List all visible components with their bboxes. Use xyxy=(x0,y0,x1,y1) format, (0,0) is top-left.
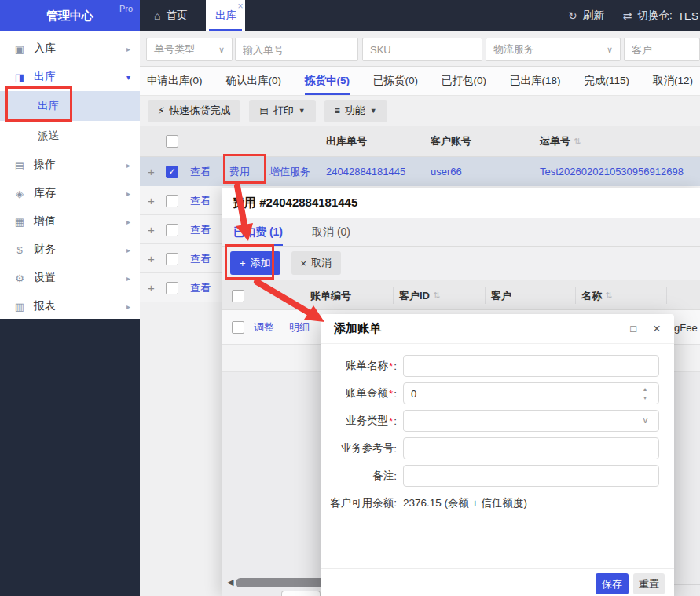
bill-name-input[interactable] xyxy=(403,355,659,377)
close-icon[interactable]: × xyxy=(237,1,243,12)
sidebar-item-operations[interactable]: ▤ 操作 ▸ xyxy=(0,151,140,179)
sidebar-subitem-label: 派送 xyxy=(38,129,59,143)
refresh-button[interactable]: ↻ 刷新 xyxy=(568,9,604,23)
sidebar-subitem-outbound[interactable]: 出库 xyxy=(0,91,140,121)
sidebar-subitem-delivery[interactable]: 派送 xyxy=(0,121,140,151)
expand-row-icon[interactable]: + xyxy=(148,223,155,236)
expand-row-icon[interactable]: + xyxy=(148,252,155,265)
view-link[interactable]: 查看 xyxy=(190,215,211,244)
tab-packed[interactable]: 已打包(0) xyxy=(442,67,486,95)
tab-charged[interactable]: 已扣费 (1) xyxy=(233,218,283,246)
bill-amount-input[interactable] xyxy=(403,382,659,404)
logistics-placeholder: 物流服务 xyxy=(493,42,534,57)
tab-picking[interactable]: 拣货中(5) xyxy=(305,67,350,95)
switch-warehouse-button[interactable]: ⇄ 切换仓: TES xyxy=(623,9,698,23)
sidebar-item-reports[interactable]: ▥ 报表 ▸ xyxy=(0,292,140,320)
row-checkbox-checked[interactable]: ✓ xyxy=(166,166,178,178)
view-link[interactable]: 查看 xyxy=(190,244,211,273)
view-link[interactable]: 查看 xyxy=(190,273,211,302)
expand-row-icon[interactable]: + xyxy=(148,281,155,294)
business-ref-input[interactable] xyxy=(403,437,659,459)
top-nav-right: ↻ 刷新 ⇄ 切换仓: TES xyxy=(568,9,698,23)
plus-icon: + xyxy=(240,258,246,269)
sidebar-item-inbound[interactable]: ▣ 入库 ▸ xyxy=(0,35,140,63)
customer-input[interactable] xyxy=(624,38,700,61)
close-icon[interactable]: × xyxy=(653,321,661,337)
logistics-select[interactable]: 物流服务 ∨ xyxy=(486,38,621,61)
expand-row-icon[interactable]: + xyxy=(148,165,155,178)
printer-icon: ▤ xyxy=(259,105,268,116)
sidebar-item-value-added[interactable]: ▦ 增值 ▸ xyxy=(0,207,140,236)
table-row[interactable]: + ✓ 查看 费用 增值服务 24042884181445 user66 Tes… xyxy=(140,157,700,186)
scroll-left-icon[interactable]: ◀ xyxy=(227,577,233,587)
row-checkbox[interactable] xyxy=(166,195,178,207)
add-bill-modal-title: 添加账单 xyxy=(334,321,381,336)
fee-row-checkbox[interactable] xyxy=(232,321,244,334)
row-checkbox[interactable] xyxy=(166,253,178,265)
chevron-right-icon: ▸ xyxy=(126,161,130,170)
fee-select-all-checkbox[interactable] xyxy=(232,290,244,302)
amount-stepper[interactable]: ▴ ▾ xyxy=(643,385,647,402)
view-link[interactable]: 查看 xyxy=(190,186,211,215)
sort-icon[interactable]: ⇅ xyxy=(605,291,612,301)
sidebar-item-outbound[interactable]: ◨ 出库 ▾ xyxy=(0,63,140,91)
maximize-icon[interactable]: □ xyxy=(630,323,636,335)
cancel-bill-button[interactable]: × 取消 xyxy=(291,251,342,275)
tab-confirm-outbound[interactable]: 确认出库(0) xyxy=(226,67,282,95)
sort-icon[interactable]: ⇅ xyxy=(574,137,581,147)
sidebar-item-label: 库存 xyxy=(34,186,56,200)
col-customer-account: 客户账号 xyxy=(431,126,471,157)
vas-link[interactable]: 增值服务 xyxy=(269,157,310,186)
partial-button-edge xyxy=(281,591,321,596)
tab-completed[interactable]: 完成(115) xyxy=(585,67,630,95)
order-no-input[interactable] xyxy=(235,38,358,61)
chevron-right-icon: ▸ xyxy=(126,274,130,283)
row-checkbox[interactable] xyxy=(166,224,178,236)
add-bill-button[interactable]: + 添加 xyxy=(230,251,280,275)
quick-pick-complete-button[interactable]: ⚡ 快速拣货完成 xyxy=(148,100,240,122)
save-button[interactable]: 保存 xyxy=(596,573,629,594)
reset-button[interactable]: 重置 xyxy=(633,573,665,594)
sidebar-item-finance[interactable]: $ 财务 ▸ xyxy=(0,236,140,264)
nav-home[interactable]: ⌂ 首页 xyxy=(154,9,187,23)
remark-input[interactable] xyxy=(403,465,659,487)
sidebar-item-settings[interactable]: ⚙ 设置 ▸ xyxy=(0,264,140,292)
sidebar-item-inventory[interactable]: ◈ 库存 ▸ xyxy=(0,179,140,207)
functions-button[interactable]: ≡ 功能 ▼ xyxy=(324,100,387,122)
bill-name-label: 账单名称*: xyxy=(321,355,397,377)
stepper-down-icon[interactable]: ▾ xyxy=(643,393,647,402)
adjust-link[interactable]: 调整 xyxy=(254,310,274,345)
select-all-checkbox[interactable] xyxy=(166,135,178,148)
tab-shipped[interactable]: 已出库(18) xyxy=(510,67,561,95)
fee-link[interactable]: 费用 xyxy=(229,157,250,186)
order-no-value[interactable]: 24042884181445 xyxy=(326,157,405,186)
tab-fee-cancelled[interactable]: 取消 (0) xyxy=(312,218,350,246)
wms-app: 管理中心 Pro ▣ 入库 ▸ ◨ 出库 ▾ 出库 派送 ▤ 操作 xyxy=(0,0,700,596)
sort-icon[interactable]: ⇅ xyxy=(433,291,440,301)
view-link[interactable]: 查看 xyxy=(190,157,211,186)
tab-cancelled[interactable]: 取消(12) xyxy=(653,67,693,95)
sidebar: 管理中心 Pro ▣ 入库 ▸ ◨ 出库 ▾ 出库 派送 ▤ 操作 xyxy=(0,0,140,596)
tab-picked[interactable]: 已拣货(0) xyxy=(373,67,418,95)
stock-icon: ◈ xyxy=(13,188,27,199)
app-logo: 管理中心 Pro xyxy=(0,0,140,31)
balance-label: 客户可用余额: xyxy=(321,496,397,510)
expand-row-icon[interactable]: + xyxy=(148,194,155,207)
top-nav: ⌂ 首页 出库 × ↻ 刷新 ⇄ 切换仓: TES xyxy=(140,0,700,31)
select-all-cell xyxy=(166,126,178,157)
detail-link[interactable]: 明细 xyxy=(289,310,310,345)
cancel-bill-label: 取消 xyxy=(311,256,332,270)
customer-account-value[interactable]: user66 xyxy=(431,157,462,186)
tab-apply-outbound[interactable]: 申请出库(0) xyxy=(147,67,203,95)
stepper-up-icon[interactable]: ▴ xyxy=(643,385,647,393)
order-type-select[interactable]: 单号类型 ∨ xyxy=(146,38,233,61)
swap-icon: ⇄ xyxy=(623,9,632,22)
nav-tab-outbound[interactable]: 出库 × xyxy=(206,0,245,31)
sku-input[interactable] xyxy=(362,38,482,61)
col-customer-id: 客户ID ⇅ xyxy=(399,280,440,311)
row-checkbox[interactable] xyxy=(166,282,178,294)
print-button[interactable]: ▤ 打印 ▼ xyxy=(249,100,315,122)
business-type-select[interactable] xyxy=(403,410,659,432)
sidebar-subitem-label: 出库 xyxy=(38,99,59,113)
tracking-no-value[interactable]: Test2026020210530956912698 xyxy=(540,157,684,186)
